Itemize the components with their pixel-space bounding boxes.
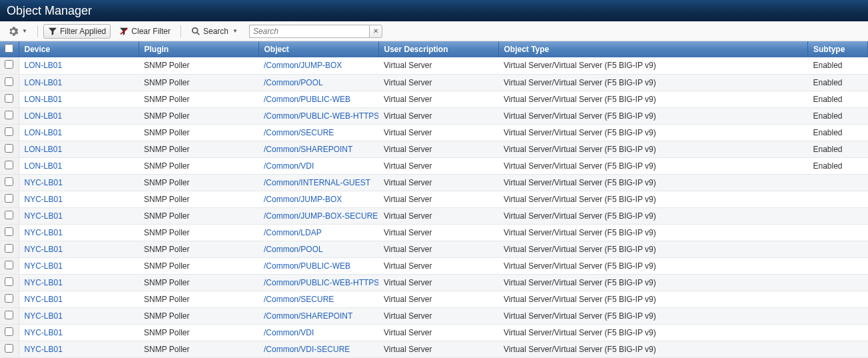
cell-device: LON-LB01 (19, 124, 139, 141)
table-row[interactable]: LON-LB01 SNMP Poller /Common/PUBLIC-WEB-… (0, 107, 868, 124)
object-link[interactable]: /Common/JUMP-BOX-SECURE (264, 211, 378, 221)
cell-object: /Common/SHAREPOINT (258, 141, 378, 157)
table-row[interactable]: NYC-LB01 SNMP Poller /Common/PUBLIC-WEB-… (0, 274, 868, 291)
device-link[interactable]: LON-LB01 (25, 61, 63, 70)
object-link[interactable]: /Common/SHAREPOINT (264, 311, 352, 321)
table-row[interactable]: LON-LB01 SNMP Poller /Common/VDI Virtual… (0, 157, 868, 174)
table-row[interactable]: NYC-LB01 SNMP Poller /Common/VDI-SECURE … (0, 341, 868, 357)
object-link[interactable]: /Common/PUBLIC-WEB (264, 95, 350, 104)
column-header-checkbox[interactable] (0, 41, 19, 57)
row-checkbox[interactable] (5, 261, 13, 269)
object-link[interactable]: /Common/JUMP-BOX (264, 195, 342, 204)
device-link[interactable]: NYC-LB01 (25, 228, 63, 237)
table-row[interactable]: NYC-LB01 SNMP Poller /Common/VDI Virtual… (0, 324, 868, 341)
device-link[interactable]: NYC-LB01 (25, 211, 63, 221)
column-header-object-type[interactable]: Object Type (498, 41, 808, 57)
search-clear-button[interactable]: ✕ (369, 25, 382, 38)
table-row[interactable]: NYC-LB01 SNMP Poller /Common/POOL Virtua… (0, 241, 868, 257)
column-header-subtype[interactable]: Subtype (808, 41, 868, 57)
object-link[interactable]: /Common/SHAREPOINT (264, 145, 352, 154)
row-checkbox[interactable] (5, 111, 13, 119)
object-link[interactable]: /Common/PUBLIC-WEB-HTTPS (264, 278, 378, 287)
object-link[interactable]: /Common/VDI-SECURE (264, 345, 350, 354)
object-link[interactable]: /Common/VDI (264, 161, 314, 171)
table-row[interactable]: NYC-LB01 SNMP Poller /Common/SHAREPOINT … (0, 307, 868, 324)
device-link[interactable]: NYC-LB01 (25, 261, 63, 271)
device-link[interactable]: NYC-LB01 (25, 295, 63, 304)
row-checkbox[interactable] (5, 294, 13, 303)
filter-applied-button[interactable]: Filter Applied (43, 24, 111, 39)
table-row[interactable]: NYC-LB01 SNMP Poller /Common/JUMP-BOX Vi… (0, 191, 868, 207)
device-link[interactable]: NYC-LB01 (25, 311, 63, 321)
table-row[interactable]: NYC-LB01 SNMP Poller /Common/JUMP-BOX-SE… (0, 207, 868, 224)
table-row[interactable]: LON-LB01 SNMP Poller /Common/PUBLIC-WEB … (0, 91, 868, 107)
device-link[interactable]: LON-LB01 (25, 111, 63, 121)
cell-user-description: Virtual Server (378, 74, 498, 91)
settings-menu-button[interactable]: ▼ (4, 24, 32, 39)
cell-plugin: SNMP Poller (139, 107, 258, 124)
row-checkbox[interactable] (5, 77, 13, 86)
table-row[interactable]: LON-LB01 SNMP Poller /Common/SHAREPOINT … (0, 141, 868, 157)
object-link[interactable]: /Common/JUMP-BOX (264, 61, 342, 70)
column-header-plugin[interactable]: Plugin (139, 41, 258, 57)
device-link[interactable]: LON-LB01 (25, 95, 63, 104)
object-link[interactable]: /Common/VDI (264, 328, 314, 337)
object-link[interactable]: /Common/PUBLIC-WEB (264, 261, 350, 271)
row-checkbox-cell (0, 124, 19, 141)
row-checkbox-cell (0, 291, 19, 307)
cell-subtype (808, 341, 868, 357)
cell-user-description: Virtual Server (378, 157, 498, 174)
device-link[interactable]: LON-LB01 (25, 78, 63, 87)
object-link[interactable]: /Common/SECURE (264, 295, 334, 304)
svg-point-1 (193, 27, 198, 33)
row-checkbox[interactable] (5, 311, 13, 319)
column-header-object[interactable]: Object (258, 41, 378, 57)
toolbar: ▼ Filter Applied Clear Filter Search ▼ ✕ (0, 21, 868, 41)
table-row[interactable]: NYC-LB01 SNMP Poller /Common/LDAP Virtua… (0, 224, 868, 241)
object-link[interactable]: /Common/INTERNAL-GUEST (264, 178, 370, 187)
table-row[interactable]: NYC-LB01 SNMP Poller /Common/INTERNAL-GU… (0, 174, 868, 191)
row-checkbox[interactable] (5, 244, 13, 253)
clear-filter-button[interactable]: Clear Filter (115, 24, 175, 39)
device-link[interactable]: NYC-LB01 (25, 345, 63, 354)
object-link[interactable]: /Common/PUBLIC-WEB-HTTPS (264, 111, 378, 121)
object-link[interactable]: /Common/POOL (264, 78, 323, 87)
filter-icon (48, 27, 57, 35)
row-checkbox[interactable] (5, 177, 13, 186)
row-checkbox[interactable] (5, 60, 13, 69)
table-row[interactable]: LON-LB01 SNMP Poller /Common/SECURE Virt… (0, 124, 868, 141)
device-link[interactable]: NYC-LB01 (25, 195, 63, 204)
device-link[interactable]: NYC-LB01 (25, 328, 63, 337)
row-checkbox[interactable] (5, 277, 13, 286)
table-row[interactable]: LON-LB01 SNMP Poller /Common/JUMP-BOX Vi… (0, 57, 868, 74)
row-checkbox[interactable] (5, 144, 13, 153)
row-checkbox[interactable] (5, 194, 13, 203)
column-header-device[interactable]: Device (19, 41, 139, 57)
table-row[interactable]: LON-LB01 SNMP Poller /Common/POOL Virtua… (0, 74, 868, 91)
device-link[interactable]: NYC-LB01 (25, 178, 63, 187)
search-input[interactable] (249, 25, 369, 38)
object-link[interactable]: /Common/LDAP (264, 228, 322, 237)
object-link[interactable]: /Common/POOL (264, 245, 323, 254)
device-link[interactable]: LON-LB01 (25, 128, 63, 137)
search-menu-button[interactable]: Search ▼ (187, 24, 242, 39)
device-link[interactable]: LON-LB01 (25, 145, 63, 154)
object-link[interactable]: /Common/SECURE (264, 128, 334, 137)
row-checkbox[interactable] (5, 127, 13, 136)
row-checkbox[interactable] (5, 161, 13, 169)
cell-plugin: SNMP Poller (139, 274, 258, 291)
row-checkbox[interactable] (5, 94, 13, 103)
row-checkbox[interactable] (5, 344, 13, 353)
cell-plugin: SNMP Poller (139, 291, 258, 307)
row-checkbox[interactable] (5, 211, 13, 219)
table-row[interactable]: NYC-LB01 SNMP Poller /Common/SECURE Virt… (0, 291, 868, 307)
table-row[interactable]: NYC-LB01 SNMP Poller /Common/PUBLIC-WEB … (0, 257, 868, 274)
select-all-checkbox[interactable] (5, 44, 13, 53)
device-link[interactable]: NYC-LB01 (25, 245, 63, 254)
column-header-user-description[interactable]: User Description (378, 41, 498, 57)
cell-device: NYC-LB01 (19, 224, 139, 241)
device-link[interactable]: NYC-LB01 (25, 278, 63, 287)
row-checkbox[interactable] (5, 227, 13, 236)
device-link[interactable]: LON-LB01 (25, 161, 63, 171)
row-checkbox[interactable] (5, 327, 13, 336)
